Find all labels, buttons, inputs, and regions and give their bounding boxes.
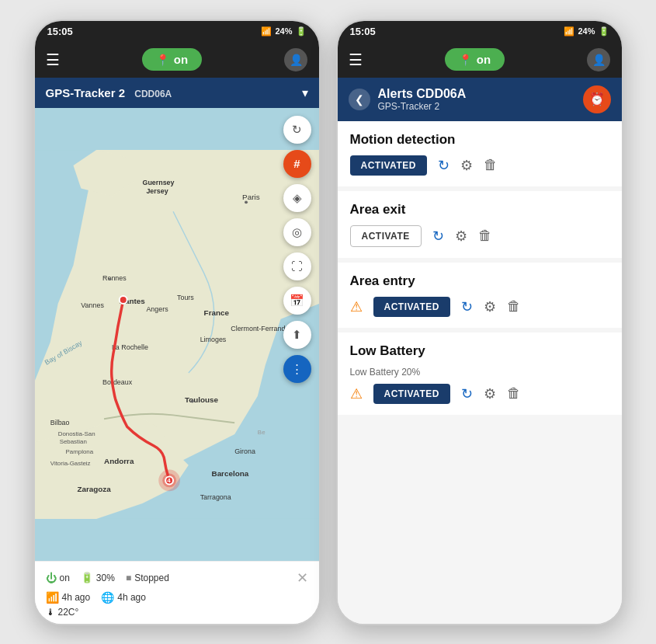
hamburger-icon-left[interactable]: ☰: [46, 50, 60, 69]
top-nav-right: ☰ 📍 on 👤: [338, 42, 622, 78]
expand-btn[interactable]: ⛶: [283, 252, 311, 280]
more-btn[interactable]: ⋮: [283, 355, 311, 383]
layers-btn[interactable]: ◈: [283, 184, 311, 212]
battery-icon-right: 🔋: [599, 26, 609, 37]
share-btn[interactable]: ⬆: [283, 321, 311, 349]
refresh-btn[interactable]: ↻: [283, 116, 311, 144]
alert-actions-motion: ACTIVATED ↻ ⚙ 🗑: [350, 155, 609, 176]
settings-icon-area-exit[interactable]: ⚙: [455, 228, 467, 245]
warning-icon-area-entry: ⚠: [350, 298, 363, 315]
svg-point-23: [190, 399, 193, 402]
calendar-btn[interactable]: 📅: [283, 287, 311, 315]
refresh-icon-area-entry[interactable]: ↻: [461, 298, 473, 315]
activate-btn-area-entry[interactable]: ACTIVATED: [373, 297, 450, 317]
map-container: Bay of Biscay Guernsey Jersey Paris Renn…: [35, 108, 319, 561]
info-row-2: 📶 4h ago 🌐 4h ago: [46, 591, 308, 604]
alert-actions-battery: ⚠ ACTIVATED ↻ ⚙ 🗑: [350, 384, 609, 404]
hamburger-icon-right[interactable]: ☰: [349, 50, 363, 69]
bell-icon: ⏰: [589, 92, 605, 106]
power-icon: ⏻: [46, 572, 57, 584]
svg-text:Vannes: Vannes: [81, 301, 104, 308]
status-bar-left: 15:05 📶 24% 🔋: [35, 21, 319, 42]
delete-icon-motion[interactable]: 🗑: [484, 157, 498, 173]
back-btn[interactable]: ❮: [349, 89, 370, 110]
alert-title-motion: Motion detection: [350, 132, 609, 148]
delete-icon-battery[interactable]: 🗑: [507, 385, 521, 402]
avatar-icon-left: 👤: [290, 54, 303, 66]
svg-text:Toulouse: Toulouse: [184, 395, 218, 403]
refresh-icon-battery[interactable]: ↻: [461, 385, 473, 402]
on-label-left: on: [174, 53, 188, 66]
power-label: on: [60, 573, 70, 583]
dropdown-icon[interactable]: ▾: [302, 85, 308, 100]
wifi-status: 📶 4h ago: [46, 591, 91, 604]
refresh-icon-motion[interactable]: ↻: [438, 157, 449, 174]
svg-text:France: France: [203, 308, 229, 316]
activate-btn-area-exit[interactable]: ACTIVATE: [350, 225, 422, 247]
svg-point-10: [109, 277, 111, 280]
svg-text:Bordeaux: Bordeaux: [102, 378, 133, 385]
warning-icon-battery: ⚠: [350, 385, 363, 402]
delete-icon-area-exit[interactable]: 🗑: [478, 228, 492, 244]
svg-text:4: 4: [167, 477, 171, 484]
alert-bell-btn[interactable]: ⏰: [583, 85, 611, 113]
alert-title-battery: Low Battery: [350, 343, 609, 359]
svg-text:Barcelona: Barcelona: [211, 469, 248, 478]
map-svg: Bay of Biscay Guernsey Jersey Paris Renn…: [35, 108, 319, 561]
info-row-1: ⏻ on 🔋 30% ■ Stopped ✕: [46, 569, 308, 587]
user-avatar-left[interactable]: 👤: [284, 48, 307, 71]
temp-value: 22C°: [58, 607, 79, 618]
alerts-list: Motion detection ACTIVATED ↻ ⚙ 🗑 Area ex…: [338, 121, 622, 624]
on-badge-left[interactable]: 📍 on: [142, 48, 202, 71]
phones-container: 15:05 📶 24% 🔋 ☰ 📍 on 👤 GPS-Tracker 2 CDD…: [18, 4, 639, 641]
activate-btn-motion[interactable]: ACTIVATED: [350, 155, 427, 176]
alert-subtitle-battery: Low Battery 20%: [350, 367, 609, 378]
alerts-main-title: Alerts CDD06A: [378, 87, 575, 101]
alert-card-motion: Motion detection ACTIVATED ↻ ⚙ 🗑: [338, 121, 622, 186]
settings-icon-motion[interactable]: ⚙: [460, 157, 473, 174]
activate-btn-battery[interactable]: ACTIVATED: [373, 384, 450, 404]
on-label-right: on: [477, 53, 491, 66]
svg-text:Tours: Tours: [177, 293, 194, 301]
on-badge-right[interactable]: 📍 on: [445, 48, 505, 71]
battery-pct-left: 24%: [275, 26, 292, 36]
svg-text:Girona: Girona: [234, 447, 255, 454]
top-nav-left: ☰ 📍 on 👤: [35, 42, 319, 78]
svg-text:Paris: Paris: [242, 193, 260, 201]
alert-card-battery: Low Battery Low Battery 20% ⚠ ACTIVATED …: [338, 332, 622, 415]
close-btn[interactable]: ✕: [297, 569, 308, 587]
svg-text:Angers: Angers: [146, 305, 168, 312]
refresh-icon-area-exit[interactable]: ↻: [432, 228, 444, 245]
alert-actions-area-exit: ACTIVATE ↻ ⚙ 🗑: [350, 225, 609, 247]
signal-icon-right: 📶: [564, 26, 574, 37]
tracker-bar[interactable]: GPS-Tracker 2 CDD06A ▾: [35, 78, 319, 108]
right-phone: 15:05 📶 24% 🔋 ☰ 📍 on 👤 ❮ Alerts: [336, 19, 623, 625]
user-avatar-right[interactable]: 👤: [587, 48, 610, 71]
target-btn[interactable]: ◎: [283, 218, 311, 246]
power-status: ⏻ on: [46, 572, 70, 584]
settings-icon-area-entry[interactable]: ⚙: [484, 298, 496, 315]
alert-title-area-exit: Area exit: [350, 202, 609, 218]
map-controls: ↻ # ◈ ◎ ⛶ 📅 ⬆ ⋮: [283, 116, 311, 383]
stop-label: Stopped: [134, 573, 169, 583]
hash-btn[interactable]: #: [283, 150, 311, 178]
pin-icon-left: 📍: [156, 54, 169, 66]
svg-text:Donostia-San: Donostia-San: [57, 430, 95, 437]
back-icon: ❮: [355, 93, 364, 106]
alert-card-area-exit: Area exit ACTIVATE ↻ ⚙ 🗑: [338, 191, 622, 258]
left-phone: 15:05 📶 24% 🔋 ☰ 📍 on 👤 GPS-Tracker 2 CDD…: [33, 19, 321, 625]
temp-icon: 🌡: [46, 607, 55, 618]
settings-icon-battery[interactable]: ⚙: [484, 385, 496, 402]
alerts-header: ❮ Alerts CDD06A GPS-Tracker 2 ⏰: [338, 78, 622, 121]
alerts-subtitle: GPS-Tracker 2: [378, 101, 575, 112]
signal-icon-left: 📶: [261, 26, 272, 37]
avatar-icon-right: 👤: [592, 54, 606, 66]
svg-text:Pamplona: Pamplona: [65, 447, 93, 454]
alert-title-area-entry: Area entry: [350, 273, 609, 289]
svg-text:Clermont-Ferrand: Clermont-Ferrand: [231, 324, 285, 332]
time-right: 15:05: [350, 26, 376, 37]
delete-icon-area-entry[interactable]: 🗑: [507, 298, 521, 315]
info-row-3: 🌡 22C°: [46, 607, 308, 618]
alert-card-area-entry: Area entry ⚠ ACTIVATED ↻ ⚙ 🗑: [338, 263, 622, 328]
gps-status: 🌐 4h ago: [101, 591, 146, 604]
